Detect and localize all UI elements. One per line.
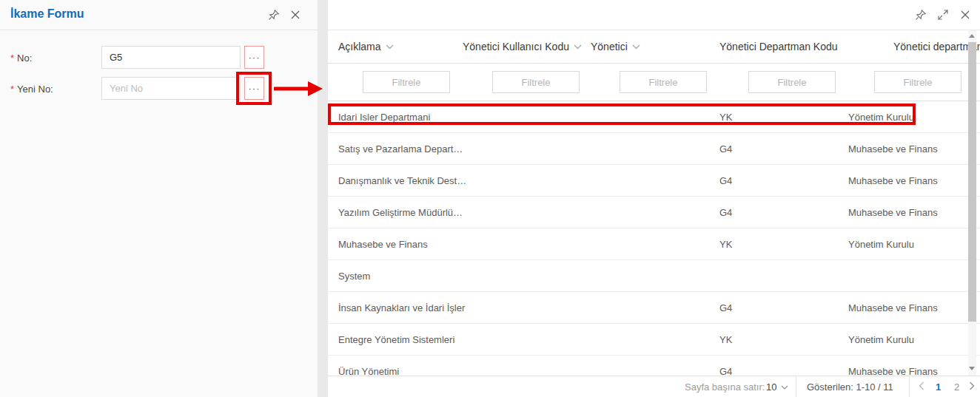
popup-toolbar [328, 0, 980, 30]
column-header-yonetici-departmani[interactable]: Yönetici departmanı [893, 41, 980, 52]
cell-departman-kodu: G4 [719, 175, 732, 186]
page-number-2[interactable]: 2 [954, 381, 959, 393]
pager-divider [909, 376, 910, 397]
cell-departmani: Muhasebe ve Finans [848, 207, 938, 218]
cell-aciklama: Muhasebe ve Finans [338, 239, 428, 250]
cell-departmani: Muhasebe ve Finans [848, 175, 938, 186]
showing-range-label: Gösterilen: 1-10 / 11 [807, 381, 893, 393]
required-mark: * [10, 84, 14, 95]
column-header-aciklama[interactable]: Açıklama [338, 41, 394, 52]
panel-title: İkame Formu [10, 7, 84, 21]
cell-aciklama: Satış ve Pazarlama Depart… [338, 143, 463, 155]
cell-aciklama: Ürün Yönetimi [338, 366, 399, 376]
yeni-no-field-label: *Yeni No: [10, 84, 53, 95]
expand-icon[interactable] [937, 9, 949, 21]
cell-departman-kodu: G4 [719, 207, 732, 218]
table-row[interactable]: Muhasebe ve Finans YK Yönetim Kurulu [328, 228, 980, 260]
table-row[interactable]: Idari Isler Departmani YK Yönetim Kurulu [328, 101, 980, 133]
cell-departmani: Muhasebe ve Finans [848, 143, 938, 155]
cell-aciklama: Yazılım Geliştirme Müdürlü… [338, 207, 463, 218]
cell-departman-kodu: G4 [719, 143, 732, 155]
table-row[interactable]: Danışmanlık ve Teknik Dest… G4 Muhasebe … [328, 165, 980, 197]
cell-departmani: Yönetim Kurulu [848, 112, 914, 123]
required-mark: * [10, 52, 14, 64]
table-row[interactable]: System [328, 260, 980, 292]
rows-per-page-label: Sayfa başına satır: [685, 381, 765, 393]
vertical-scrollbar [968, 30, 976, 376]
lookup-popup: Açıklama Yönetici Kullanıcı Kodu Yönetic… [328, 0, 980, 397]
no-input[interactable] [101, 46, 241, 69]
ikame-formu-panel: İkame Formu *No: ··· *Yeni No: ··· [0, 0, 318, 397]
cell-departman-kodu: YK [719, 112, 732, 123]
cell-departman-kodu: YK [719, 239, 732, 250]
filter-input-yonetici-departman-kodu[interactable] [748, 71, 836, 93]
no-lookup-ellipsis-button[interactable]: ··· [244, 46, 264, 69]
panel-header: İkame Formu [0, 0, 318, 30]
cell-aciklama: System [338, 271, 370, 282]
cell-departman-kodu: YK [719, 334, 732, 345]
cell-aciklama: Idari Isler Departmani [338, 112, 430, 123]
cell-departmani: Yönetim Kurulu [848, 239, 914, 250]
cell-departmani: Muhasebe ve Finans [848, 302, 938, 313]
cell-departmani: Yönetim Kurulu [848, 334, 914, 345]
filter-input-yonetici-kullanici-kodu[interactable] [492, 71, 580, 93]
pin-icon[interactable] [915, 9, 927, 21]
yeni-no-input[interactable] [101, 77, 241, 100]
chevron-down-icon [632, 44, 640, 50]
cell-aciklama: Danışmanlık ve Teknik Dest… [338, 175, 466, 186]
cell-departmani: Muhasebe ve Finans [848, 366, 938, 376]
cell-departman-kodu: G4 [719, 366, 732, 376]
column-header-yonetici[interactable]: Yönetici [591, 41, 640, 52]
pin-icon[interactable] [268, 9, 280, 21]
chevron-down-icon [386, 44, 394, 50]
table-row[interactable]: Satış ve Pazarlama Depart… G4 Muhasebe v… [328, 133, 980, 165]
no-field-label: *No: [10, 52, 32, 64]
filter-input-yonetici-departmani[interactable] [874, 71, 961, 93]
filter-input-yonetici[interactable] [620, 71, 707, 93]
page-number-1[interactable]: 1 [936, 381, 941, 393]
yeni-no-lookup-ellipsis-button[interactable]: ··· [244, 77, 264, 100]
triangle-down-icon[interactable] [969, 367, 975, 370]
column-header-yonetici-kullanici-kodu[interactable]: Yönetici Kullanıcı Kodu [463, 41, 582, 52]
next-page-icon[interactable] [969, 381, 975, 393]
table-row[interactable]: Ürün Yönetimi G4 Muhasebe ve Finans [328, 356, 980, 376]
cell-aciklama: İnsan Kaynakları ve İdari İşler [338, 302, 465, 313]
chevron-down-icon [781, 385, 788, 390]
scrollbar-thumb[interactable] [968, 42, 976, 322]
grid-pager: Sayfa başına satır: 10 Gösterilen: 1-10 … [328, 376, 980, 397]
chevron-down-icon [574, 44, 582, 50]
grid-header-row: Açıklama Yönetici Kullanıcı Kodu Yönetic… [328, 30, 980, 64]
rows-per-page-select[interactable]: 10 [766, 381, 788, 393]
table-row[interactable]: İnsan Kaynakları ve İdari İşler G4 Muhas… [328, 292, 980, 324]
column-header-yonetici-departman-kodu[interactable]: Yönetici Departman Kodu [719, 41, 838, 52]
pager-divider [796, 376, 796, 397]
cell-departman-kodu: G4 [719, 302, 732, 313]
close-icon[interactable] [289, 9, 301, 21]
table-row[interactable]: Yazılım Geliştirme Müdürlü… G4 Muhasebe … [328, 197, 980, 228]
filter-input-aciklama[interactable] [363, 71, 450, 93]
table-row[interactable]: Entegre Yönetim Sistemleri YK Yönetim Ku… [328, 324, 980, 356]
triangle-up-icon[interactable] [969, 34, 975, 38]
grid-filter-row [328, 64, 980, 101]
previous-page-icon[interactable] [919, 381, 924, 393]
grid-rows-viewport: Idari Isler Departmani YK Yönetim Kurulu… [328, 101, 980, 376]
close-icon[interactable] [959, 9, 971, 21]
cell-aciklama: Entegre Yönetim Sistemleri [338, 334, 454, 345]
